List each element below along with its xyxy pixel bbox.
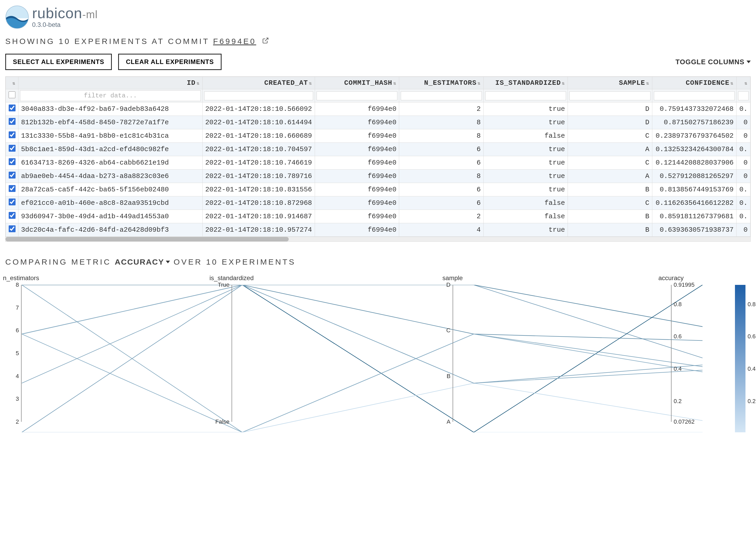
clear-all-button[interactable]: CLEAR ALL EXPERIMENTS [118, 54, 221, 70]
sort-icon[interactable]: ⇅ [197, 81, 200, 86]
cell: 0. [736, 143, 750, 156]
sort-icon[interactable]: ⇅ [13, 81, 15, 86]
filter-input[interactable] [485, 91, 566, 100]
sort-icon[interactable]: ⇅ [477, 81, 481, 86]
axis-tick: D [446, 281, 450, 288]
sort-icon[interactable]: ⇅ [309, 81, 312, 86]
axis-line [453, 285, 453, 422]
axis-n_estimators[interactable]: n_estimators8765432 [21, 274, 22, 422]
external-link-icon[interactable] [262, 37, 269, 46]
col-header-CONFIDENCE[interactable]: CONFIDENCE⇅ [652, 77, 736, 89]
cell: A [568, 170, 652, 183]
cell: f6994e0 [315, 143, 399, 156]
caret-down-icon [746, 61, 751, 63]
horizontal-scrollbar[interactable] [6, 237, 750, 241]
select-all-button[interactable]: SELECT ALL EXPERIMENTS [5, 54, 112, 70]
row-checkbox[interactable] [9, 172, 15, 179]
compare-suffix: OVER 10 EXPERIMENTS [174, 258, 296, 267]
table-row[interactable]: ef021cc0-a01b-460e-a8c8-82aa93519cbd2022… [6, 196, 750, 210]
axis-is_standardized[interactable]: is_standardizedTrueFalse [231, 274, 232, 422]
cell: 6 [399, 196, 483, 210]
sort-icon[interactable]: ⇅ [730, 81, 734, 86]
table-row[interactable]: 3dc20c4a-fafc-42d6-84fd-a26428d09bf32022… [6, 223, 750, 237]
cell: 2022-01-14T20:18:10.872968 [202, 196, 315, 210]
row-checkbox[interactable] [9, 145, 15, 152]
table-row[interactable]: 61634713-8269-4326-ab64-cabb6621e19d2022… [6, 156, 750, 170]
col-header-COMMIT_HASH[interactable]: COMMIT_HASH⇅ [315, 77, 399, 89]
sort-icon[interactable]: ⇅ [562, 81, 565, 86]
row-checkbox[interactable] [9, 185, 15, 192]
table-row[interactable]: 131c3330-55b8-4a91-b8b0-e1c81c4b31ca2022… [6, 129, 750, 143]
experiments-table: ⇅ID⇅CREATED_AT⇅COMMIT_HASH⇅N_ESTIMATORS⇅… [6, 77, 750, 237]
row-checkbox[interactable] [9, 212, 15, 219]
cell: 3dc20c4a-fafc-42d6-84fd-a26428d09bf3 [18, 223, 202, 237]
cell: 2022-01-14T20:18:10.746619 [202, 156, 315, 170]
col-header-CREATED_AT[interactable]: CREATED_AT⇅ [202, 77, 315, 89]
col-header-check[interactable]: ⇅ [6, 77, 18, 89]
table-header-row: ⇅ID⇅CREATED_AT⇅COMMIT_HASH⇅N_ESTIMATORS⇅… [6, 77, 750, 89]
sort-icon[interactable]: ⇅ [744, 81, 747, 86]
sort-icon[interactable]: ⇅ [646, 81, 649, 86]
cell: 131c3330-55b8-4a91-b8b0-e1c81c4b31ca [18, 129, 202, 143]
filter-checkbox[interactable] [7, 91, 16, 98]
metric-name: ACCURACY [115, 258, 164, 267]
logo-text: rubicon-ml 0.3.0-beta [32, 6, 97, 28]
col-header-N_ESTIMATORS[interactable]: N_ESTIMATORS⇅ [399, 77, 483, 89]
logo-version: 0.3.0-beta [32, 21, 97, 28]
sort-icon[interactable]: ⇅ [393, 81, 396, 86]
cell [6, 102, 18, 116]
axis-tick: 0.4 [674, 365, 682, 372]
cell: 0 [736, 129, 750, 143]
cell: 28a72ca5-ca5f-442c-ba65-5f156eb02480 [18, 183, 202, 196]
cell: 0.6393630571938737 [652, 223, 736, 237]
axis-tick: 0.91995 [674, 281, 695, 288]
table-row[interactable]: 28a72ca5-ca5f-442c-ba65-5f156eb024802022… [6, 183, 750, 196]
axis-tick: 3 [16, 395, 19, 402]
col-header-ID[interactable]: ID⇅ [18, 77, 202, 89]
cell: true [483, 156, 568, 170]
table-row[interactable]: ab9ae0eb-4454-4daa-b273-a8a8823c03e62022… [6, 170, 750, 183]
filter-input[interactable] [20, 90, 201, 101]
cell: C [568, 196, 652, 210]
filter-input[interactable] [738, 91, 749, 100]
cell: 0 [736, 223, 750, 237]
table-row[interactable]: 93d60947-3b0e-49d4-ad1b-449ad14553a02022… [6, 210, 750, 223]
col-header-IS_STANDARDIZED[interactable]: IS_STANDARDIZED⇅ [483, 77, 568, 89]
scrollbar-thumb[interactable] [6, 237, 289, 241]
row-checkbox[interactable] [9, 131, 15, 138]
row-checkbox[interactable] [9, 104, 15, 111]
filter-input[interactable] [654, 91, 735, 100]
table-row[interactable]: 5b8c1ae1-859d-43d1-a2cd-efd480c982fe2022… [6, 143, 750, 156]
row-checkbox[interactable] [9, 199, 15, 205]
cell: 2 [399, 102, 483, 116]
parcoords-canvas[interactable]: n_estimators8765432is_standardizedTrueFa… [5, 274, 722, 432]
cell: 2022-01-14T20:18:10.614494 [202, 116, 315, 129]
row-checkbox[interactable] [9, 118, 15, 125]
axis-accuracy[interactable]: accuracy0.919950.80.60.40.20.07262 [671, 274, 671, 422]
table-body: 3040a833-db3e-4f92-ba67-9adeb83a64282022… [6, 102, 750, 237]
cell: 0.7591437332072468 [652, 102, 736, 116]
filter-input[interactable] [569, 91, 650, 100]
experiments-table-wrap: ⇅ID⇅CREATED_AT⇅COMMIT_HASH⇅N_ESTIMATORS⇅… [5, 76, 751, 242]
axis-sample[interactable]: sampleDCBA [453, 274, 453, 422]
compare-prefix: COMPARING METRIC [5, 258, 111, 267]
cell: true [483, 170, 568, 183]
row-checkbox[interactable] [9, 225, 15, 232]
filter-input[interactable] [204, 91, 313, 100]
col-header-SAMPLE[interactable]: SAMPLE⇅ [568, 77, 652, 89]
cell: 3040a833-db3e-4f92-ba67-9adeb83a6428 [18, 102, 202, 116]
filter-input[interactable] [401, 91, 481, 100]
metric-dropdown[interactable]: ACCURACY [115, 258, 170, 267]
cell: 0.5279120881265297 [652, 170, 736, 183]
table-row[interactable]: 812b132b-ebf4-458d-8450-78272e7a1f7e2022… [6, 116, 750, 129]
commit-link[interactable]: F6994E0 [213, 37, 256, 45]
app-header: rubicon-ml 0.3.0-beta [5, 5, 751, 29]
parcoords-line [22, 285, 703, 432]
page-subtitle: SHOWING 10 EXPERIMENTS AT COMMIT F6994E0 [5, 37, 751, 46]
filter-input[interactable] [316, 91, 397, 100]
toggle-columns-dropdown[interactable]: TOGGLE COLUMNS [675, 58, 751, 66]
row-checkbox[interactable] [9, 158, 15, 165]
table-row[interactable]: 3040a833-db3e-4f92-ba67-9adeb83a64282022… [6, 102, 750, 116]
cell: 93d60947-3b0e-49d4-ad1b-449ad14553a0 [18, 210, 202, 223]
col-header-check[interactable]: ⇅ [736, 77, 750, 89]
